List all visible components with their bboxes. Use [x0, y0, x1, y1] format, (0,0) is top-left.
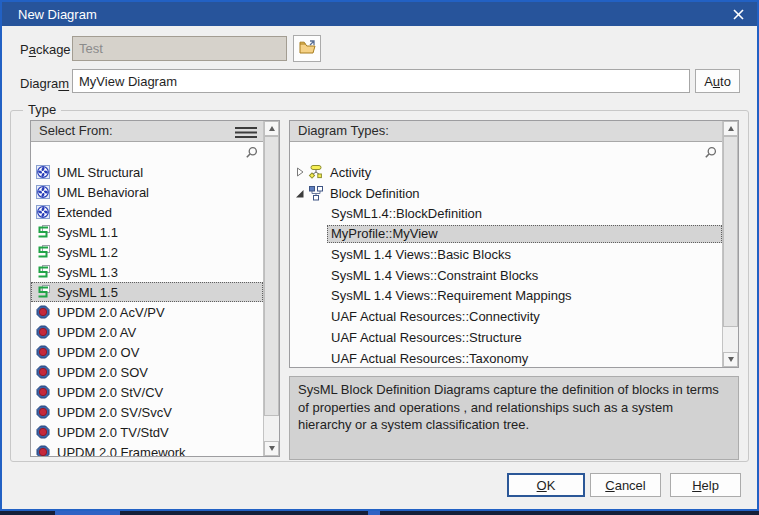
list-item-label: UPDM 2.0 SV/SvcV	[57, 405, 172, 420]
list-item[interactable]: SysML 1.3	[31, 262, 263, 282]
list-item-label: UPDM 2.0 TV/StdV	[57, 425, 169, 440]
screen: New Diagram Package : Diagram : Auto Typ…	[0, 0, 759, 515]
tree-item-label: MyProfile::MyView	[327, 225, 722, 243]
list-item[interactable]: UML Behavioral	[31, 182, 263, 202]
list-item-label: UPDM 2.0 StV/CV	[57, 385, 163, 400]
uml-icon	[36, 205, 50, 219]
updm-icon	[36, 445, 50, 456]
scroll-up-button[interactable]	[723, 121, 738, 136]
auto-button[interactable]: Auto	[695, 69, 740, 93]
tree-item[interactable]: SysML 1.4 Views::Constraint Blocks	[290, 265, 722, 286]
diagram-types-header-label: Diagram Types:	[298, 123, 389, 138]
tree-item-label: Block Definition	[330, 186, 420, 201]
list-item-label: SysML 1.3	[57, 265, 118, 280]
updm-icon	[36, 325, 50, 339]
list-item-label: UPDM 2.0 SOV	[57, 365, 148, 380]
tree-item[interactable]: UAF Actual Resources::Structure	[290, 328, 722, 349]
list-item-label: UPDM 2.0 AV	[57, 325, 136, 340]
diagram-types-panel: Diagram Types: ActivityBlock DefinitionS…	[289, 120, 739, 368]
diagram-types-scrollbar[interactable]	[722, 121, 738, 367]
taskbar-fragment	[55, 511, 120, 515]
updm-icon	[36, 365, 50, 379]
list-item[interactable]: UPDM 2.0 SV/SvcV	[31, 402, 263, 422]
tree-item-label: Activity	[330, 165, 371, 180]
ok-button[interactable]: OK	[507, 473, 585, 497]
list-item[interactable]: SysML 1.1	[31, 222, 263, 242]
list-item-label: UML Behavioral	[57, 185, 149, 200]
taskbar-fragment	[368, 511, 380, 515]
tree-item-label: UAF Actual Resources::Structure	[327, 329, 722, 347]
tree-item[interactable]: Activity	[290, 162, 722, 183]
list-item-label: SysML 1.1	[57, 225, 118, 240]
list-item-label: UPDM 2.0 Framework	[57, 445, 186, 457]
type-groupbox: Type Select From:	[10, 110, 749, 462]
package-label: Package :	[20, 42, 78, 57]
list-item[interactable]: UPDM 2.0 Framework	[31, 442, 263, 456]
diagram-name-input[interactable]	[72, 69, 690, 93]
list-item[interactable]: SysML 1.5	[31, 282, 263, 302]
titlebar: New Diagram	[2, 2, 757, 26]
list-item-label: UPDM 2.0 AcV/PV	[57, 305, 165, 320]
diagram-types-header: Diagram Types:	[290, 121, 722, 142]
scroll-thumb[interactable]	[264, 136, 279, 416]
close-icon[interactable]	[729, 7, 747, 22]
diagram-types-tree: ActivityBlock DefinitionSysML1.4::BlockD…	[290, 162, 722, 367]
cancel-button[interactable]: Cancel	[590, 473, 661, 497]
updm-icon	[36, 305, 50, 319]
magnifier-icon[interactable]	[245, 145, 258, 163]
updm-icon	[36, 385, 50, 399]
tree-item-label: SysML1.4::BlockDefinition	[327, 205, 722, 223]
type-group-label: Type	[23, 102, 61, 117]
sysml-icon	[36, 265, 50, 279]
scroll-up-button[interactable]	[264, 121, 279, 136]
list-item-label: SysML 1.2	[57, 245, 118, 260]
package-field	[72, 36, 287, 61]
magnifier-icon[interactable]	[704, 145, 717, 163]
tree-item-label: UAF Actual Resources::Connectivity	[327, 308, 722, 326]
tree-item-label: SysML 1.4 Views::Constraint Blocks	[327, 267, 722, 285]
updm-icon	[36, 345, 50, 359]
expanded-arrow-icon[interactable]	[290, 187, 308, 199]
list-item-label: Extended	[57, 205, 112, 220]
sysml-icon	[36, 285, 50, 299]
tree-item[interactable]: UAF Actual Resources::Connectivity	[290, 307, 722, 328]
scroll-thumb[interactable]	[723, 136, 738, 327]
list-item[interactable]: UPDM 2.0 AcV/PV	[31, 302, 263, 322]
tree-item[interactable]: UAF Actual Resources::Taxonomy	[290, 348, 722, 367]
select-from-search[interactable]	[31, 142, 263, 162]
tree-item[interactable]: MyProfile::MyView	[290, 224, 722, 245]
browse-package-button[interactable]	[293, 35, 321, 62]
diagram-types-search[interactable]	[290, 142, 722, 162]
updm-icon	[36, 405, 50, 419]
diagram-label: Diagram :	[20, 76, 76, 91]
list-item-label: UML Structural	[57, 165, 143, 180]
help-button[interactable]: Help	[670, 473, 741, 497]
uml-icon	[36, 185, 50, 199]
list-item[interactable]: UPDM 2.0 SOV	[31, 362, 263, 382]
list-item-label: SysML 1.5	[57, 285, 118, 300]
select-from-scrollbar[interactable]	[263, 121, 279, 456]
list-item[interactable]: SysML 1.2	[31, 242, 263, 262]
collapsed-arrow-icon[interactable]	[290, 166, 308, 178]
scroll-down-button[interactable]	[264, 441, 279, 456]
list-item[interactable]: UPDM 2.0 OV	[31, 342, 263, 362]
scroll-down-button[interactable]	[723, 352, 738, 367]
sysml-icon	[36, 225, 50, 239]
tree-item[interactable]: SysML 1.4 Views::Requirement Mappings	[290, 286, 722, 307]
list-item[interactable]: UML Structural	[31, 162, 263, 182]
list-item-label: UPDM 2.0 OV	[57, 345, 139, 360]
tree-item[interactable]: SysML1.4::BlockDefinition	[290, 203, 722, 224]
tree-item[interactable]: SysML 1.4 Views::Basic Blocks	[290, 245, 722, 266]
tree-item-label: SysML 1.4 Views::Requirement Mappings	[327, 287, 722, 305]
list-item[interactable]: Extended	[31, 202, 263, 222]
list-item[interactable]: UPDM 2.0 AV	[31, 322, 263, 342]
block-definition-icon	[308, 185, 330, 201]
select-from-header-label: Select From:	[39, 123, 113, 138]
new-diagram-dialog: New Diagram Package : Diagram : Auto Typ…	[0, 0, 759, 511]
diagram-description: SysML Block Definition Diagrams capture …	[289, 376, 739, 460]
list-item[interactable]: UPDM 2.0 TV/StdV	[31, 422, 263, 442]
tree-item[interactable]: Block Definition	[290, 183, 722, 204]
list-item[interactable]: UPDM 2.0 StV/CV	[31, 382, 263, 402]
uml-icon	[36, 165, 50, 179]
select-from-header: Select From:	[31, 121, 263, 142]
